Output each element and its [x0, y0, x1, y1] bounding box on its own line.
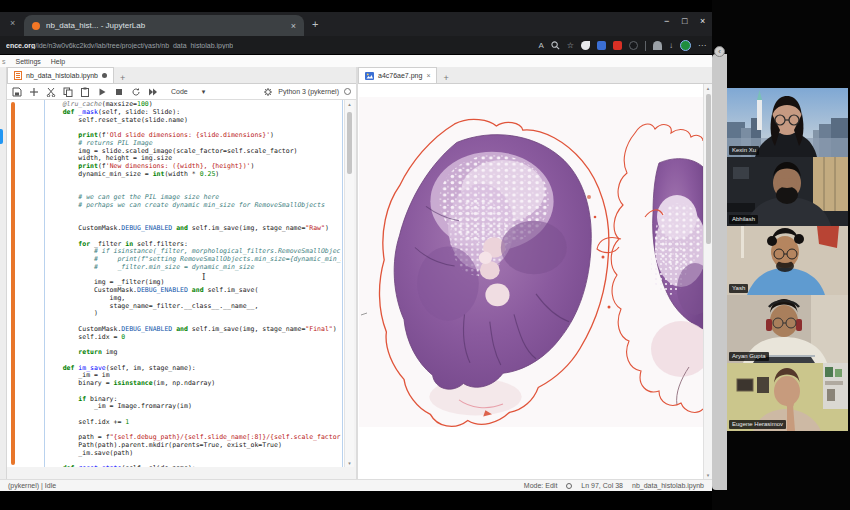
- menu-item-help[interactable]: Help: [51, 58, 65, 65]
- restart-run-all-icon[interactable]: [148, 87, 158, 97]
- menu-item-settings[interactable]: Settings: [16, 58, 41, 65]
- viewer-scroll-down-icon[interactable]: ▾: [704, 471, 712, 479]
- extension-icon-1[interactable]: [581, 41, 590, 50]
- participant-video-2[interactable]: Abhilash: [727, 157, 848, 226]
- browser-menu-icon[interactable]: ⋯: [698, 41, 706, 51]
- code-editor[interactable]: @lru_cache(maxsize=100) def _mask(self, …: [47, 101, 341, 467]
- url-text: ence.org/ide/n3w0v6kc2kdv/lab/tree/proje…: [6, 42, 233, 49]
- cursor-position[interactable]: Ln 97, Col 38: [581, 482, 623, 489]
- window-light: [813, 157, 848, 211]
- participant-name-label: Yash: [729, 284, 748, 293]
- extension-icon-2[interactable]: [597, 41, 606, 50]
- bookmark-star-icon[interactable]: ☆: [567, 41, 574, 51]
- kernel-group: Python 3 (pykernel): [263, 87, 351, 97]
- participant-video-5[interactable]: Eugene Herasimov: [727, 363, 848, 431]
- window-minimize-button[interactable]: −: [664, 16, 669, 26]
- text-cursor-pointer: I: [202, 272, 206, 282]
- participant-name-label: Kexin Xu: [729, 146, 759, 155]
- image-tab-label: a4c76ae7.png: [378, 72, 422, 79]
- participant-video-4[interactable]: Aryan Gupta: [727, 295, 848, 363]
- participant-video-3[interactable]: Yash: [727, 226, 848, 295]
- scroll-up-icon[interactable]: ▴: [345, 100, 354, 108]
- histology-slide-image[interactable]: [359, 97, 703, 429]
- viewer-scrollbar[interactable]: ▴ ▾: [703, 84, 712, 479]
- new-tab-button[interactable]: +: [312, 19, 318, 30]
- reader-mode-icon[interactable]: A: [538, 41, 543, 51]
- notebook-scroll-area[interactable]: @lru_cache(maxsize=100) def _mask(self, …: [7, 100, 344, 467]
- cut-cell-icon[interactable]: [46, 87, 56, 97]
- unsaved-changes-indicator[interactable]: [102, 73, 107, 78]
- image-file-icon: [365, 72, 374, 80]
- extension-icon-3[interactable]: [613, 41, 622, 50]
- notebook-toolbar: Code▾ Python 3 (pykernel): [7, 84, 356, 100]
- notebook-scrollbar[interactable]: ▴ ▾: [344, 100, 354, 467]
- restart-kernel-icon[interactable]: [131, 87, 141, 97]
- address-bar[interactable]: ence.org/ide/n3w0v6kc2kdv/lab/tree/proje…: [0, 36, 712, 55]
- copy-cell-icon[interactable]: [63, 87, 73, 97]
- viewer-dock-tabbar: a4c76ae7.png × +: [358, 67, 712, 84]
- viewer-scroll-up-icon[interactable]: ▴: [704, 84, 712, 92]
- statusbar-filename: nb_data_histolab.ipynb: [632, 482, 704, 489]
- screenshare-frame: × nb_data_hist... - JupyterLab × + − □ ×…: [0, 0, 850, 510]
- download-icon[interactable]: ↓: [669, 41, 673, 51]
- sidebar-active-indicator: [0, 129, 3, 144]
- kernel-status-indicator[interactable]: [344, 88, 351, 95]
- cell-type-dropdown[interactable]: Code▾: [171, 88, 205, 96]
- video-thumbnails-panel: ‹ Kex: [712, 0, 850, 510]
- participant-name-label: Abhilash: [729, 215, 758, 224]
- shelf: [823, 363, 848, 409]
- notebook-scroll-thumb[interactable]: [347, 112, 352, 174]
- image-viewer-tab[interactable]: a4c76ae7.png ×: [358, 67, 437, 83]
- browser-window: × nb_data_hist... - JupyterLab × + − □ ×…: [0, 12, 712, 490]
- menu-item-partial[interactable]: s: [2, 58, 6, 65]
- browser-tab-title: nb_data_hist... - JupyterLab: [46, 21, 285, 30]
- kernel-status-text[interactable]: (pykernel) | Idle: [8, 482, 56, 489]
- browser-avatar[interactable]: [680, 40, 691, 51]
- profile-ghost-icon[interactable]: [653, 41, 662, 50]
- browser-tab-strip: × nb_data_hist... - JupyterLab × + − □ ×: [0, 12, 712, 36]
- tab-close-icon[interactable]: ×: [291, 21, 296, 31]
- headphone-cup-left: [766, 319, 772, 331]
- partial-tab-close-icon[interactable]: ×: [10, 18, 15, 28]
- notebook-new-tab-button[interactable]: +: [114, 73, 131, 83]
- zoom-icon[interactable]: [551, 41, 560, 50]
- notebook-icon: [14, 71, 22, 80]
- participant-name-label: Eugene Herasimov: [729, 420, 786, 429]
- panel-grip[interactable]: [712, 54, 727, 490]
- viewer-new-tab-button[interactable]: +: [437, 73, 454, 83]
- notebook-tab-label: nb_data_histolab.ipynb: [26, 72, 98, 79]
- address-bar-icons: A ☆ ↓ ⋯: [538, 40, 706, 51]
- participant-name-label: Aryan Gupta: [729, 352, 769, 361]
- chevron-down-icon: ▾: [202, 88, 206, 96]
- kernel-name[interactable]: Python 3 (pykernel): [278, 88, 339, 95]
- notification-icon[interactable]: [566, 483, 572, 489]
- notebook-dock-tabbar: nb_data_histolab.ipynb +: [7, 67, 356, 84]
- image-viewer-panel: ▴ ▾: [358, 84, 712, 479]
- window-maximize-button[interactable]: □: [682, 16, 687, 26]
- participant-video-1[interactable]: Kexin Xu: [727, 88, 848, 157]
- window-close-button[interactable]: ×: [700, 16, 705, 26]
- extension-icon-4[interactable]: [629, 41, 638, 50]
- toolbar-divider: [645, 41, 646, 51]
- headphone-cup-right: [796, 319, 802, 331]
- jupyter-favicon: [32, 22, 40, 30]
- stop-kernel-icon[interactable]: [114, 87, 124, 97]
- run-cell-icon[interactable]: [97, 87, 107, 97]
- jupyterlab-statusbar: (pykernel) | Idle Mode: Edit Ln 97, Col …: [0, 479, 712, 491]
- add-cell-icon[interactable]: [29, 87, 39, 97]
- gear-icon[interactable]: [263, 87, 273, 97]
- scroll-down-icon[interactable]: ▾: [345, 459, 354, 467]
- save-icon[interactable]: [12, 87, 22, 97]
- jupyterlab-app: s Settings Help nb_data_histolab.ipynb +: [0, 54, 712, 491]
- active-cell-collapser[interactable]: [11, 102, 15, 465]
- collapse-thumbnails-button[interactable]: ‹: [714, 46, 725, 57]
- image-tab-close-icon[interactable]: ×: [426, 72, 430, 79]
- browser-tab-jupyterlab[interactable]: nb_data_hist... - JupyterLab ×: [24, 15, 304, 36]
- viewer-scroll-thumb[interactable]: [706, 94, 711, 244]
- paste-cell-icon[interactable]: [80, 87, 90, 97]
- notebook-tab[interactable]: nb_data_histolab.ipynb: [7, 67, 114, 83]
- editor-mode[interactable]: Mode: Edit: [524, 482, 557, 489]
